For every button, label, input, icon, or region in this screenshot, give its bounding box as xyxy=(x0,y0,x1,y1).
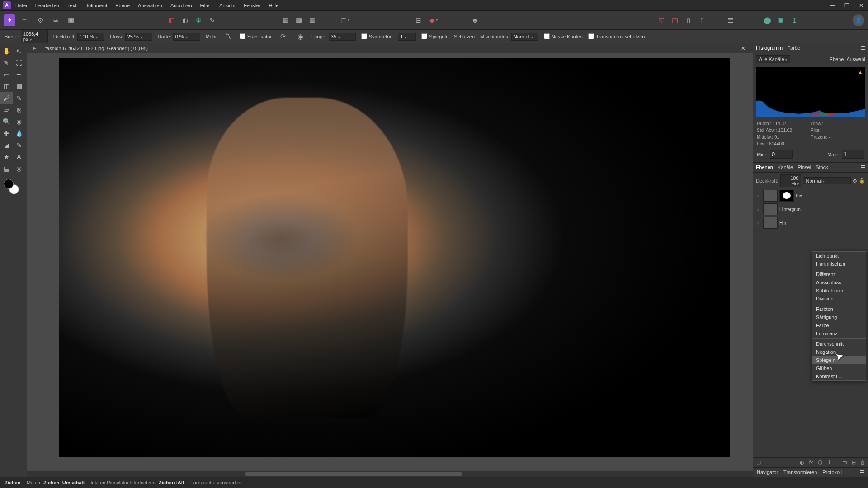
snap-icon[interactable]: ⬤ xyxy=(761,14,773,26)
layer-cog-icon[interactable]: ⚙ xyxy=(853,178,857,184)
menu-dokument[interactable]: Dokument xyxy=(85,3,107,8)
flow-input[interactable]: 25 % xyxy=(125,33,152,41)
blend-option-durchschnitt[interactable]: Durchschnitt xyxy=(812,340,866,348)
move-back-icon[interactable]: ◱ xyxy=(656,14,667,26)
stabilizer-checkbox[interactable] xyxy=(240,33,245,39)
layer-thumb[interactable] xyxy=(763,190,778,202)
protect-button[interactable]: Schützen xyxy=(454,34,475,39)
autowb-icon[interactable]: ✎ xyxy=(206,14,218,26)
brush-tool-icon[interactable]: 🖌 xyxy=(0,92,13,104)
document-close-button[interactable]: ✕ xyxy=(741,45,745,52)
zoom-tool-icon[interactable]: ◎ xyxy=(13,163,25,174)
layer-row[interactable]: ▹ Hin xyxy=(753,216,868,230)
export-persona-icon[interactable]: ▣ xyxy=(65,14,77,26)
wet-edges-checkbox[interactable] xyxy=(544,33,550,39)
snap2-icon[interactable]: ▣ xyxy=(775,14,787,26)
eraser-tool-icon[interactable]: ▱ xyxy=(0,104,13,116)
pen-tool-icon[interactable]: ✒ xyxy=(13,69,25,80)
color-picker-tool-icon[interactable]: ✎ xyxy=(0,57,13,69)
menu-ansicht[interactable]: Ansicht xyxy=(219,3,236,8)
menu-auswaehlen[interactable]: Auswählen xyxy=(138,3,162,8)
align-panel-icon[interactable]: ☰ xyxy=(724,14,736,26)
marquee-tool-icon[interactable]: ◫ xyxy=(0,80,13,92)
liquify-persona-icon[interactable]: 〰 xyxy=(19,14,31,26)
tab-transform[interactable]: Transformieren xyxy=(783,469,817,475)
blend-option-lichtpunkt[interactable]: Lichtpunkt xyxy=(812,252,866,260)
window-icon[interactable]: ◉ xyxy=(294,31,306,42)
menu-anordnen[interactable]: Anordnen xyxy=(170,3,192,8)
arrange-icon[interactable]: ◆ xyxy=(428,14,439,26)
smudge-tool-icon[interactable]: 💧 xyxy=(13,127,25,139)
scrollbar-thumb[interactable] xyxy=(245,472,463,476)
blend-option-ausschluss[interactable]: Ausschluss xyxy=(812,278,866,286)
fill-tool-icon[interactable]: ✎ xyxy=(13,92,25,104)
blend-option-gluehen[interactable]: Glühen xyxy=(812,364,866,372)
layer-thumb[interactable] xyxy=(763,217,778,229)
tab-history[interactable]: Protokoll xyxy=(822,469,842,475)
text-tool-icon[interactable]: A xyxy=(13,151,25,163)
select-sub-icon[interactable]: ▦ xyxy=(307,14,318,26)
develop-persona-icon[interactable]: ⚙ xyxy=(34,14,46,26)
flood-tool-icon[interactable]: ▤ xyxy=(13,80,25,92)
opacity-input[interactable]: 100 % xyxy=(77,33,104,41)
move-front-icon[interactable]: ◲ xyxy=(669,14,681,26)
menu-fenster[interactable]: Fenster xyxy=(244,3,260,8)
hand-tool-icon[interactable]: ✋ xyxy=(0,45,13,57)
layer-group-icon[interactable]: 🗀 xyxy=(841,460,848,465)
account-button[interactable]: 👤 xyxy=(853,14,864,26)
shape-tool-icon[interactable]: ◢ xyxy=(0,139,13,151)
layer-name[interactable]: Hintergrun xyxy=(779,207,866,212)
menu-hilfe[interactable]: Hilfe xyxy=(269,3,278,8)
blend-option-spiegeln[interactable]: Spiegeln xyxy=(812,356,866,364)
horizontal-scrollbar[interactable] xyxy=(27,471,753,477)
tab-layers[interactable]: Ebenen xyxy=(756,164,773,170)
blend-option-saettigung[interactable]: Sättigung xyxy=(812,313,866,321)
histogram-selection-button[interactable]: Auswahl xyxy=(846,56,865,62)
healing-tool-icon[interactable]: ✚ xyxy=(0,127,13,139)
autocontrast-icon[interactable]: ◐ xyxy=(179,14,191,26)
window-close-button[interactable]: ✕ xyxy=(857,2,865,9)
tab-brushes[interactable]: Pinsel xyxy=(797,164,811,170)
align2-icon[interactable]: ▯ xyxy=(696,14,708,26)
blend-option-hart-mischen[interactable]: Hart mischen xyxy=(812,260,866,268)
crop-tool-icon[interactable]: ⛶ xyxy=(13,57,25,69)
layer-visibility-icon[interactable]: ▹ xyxy=(755,206,761,212)
width-input[interactable]: 1068,4 px xyxy=(21,30,48,43)
histogram-layer-button[interactable]: Ebene xyxy=(830,56,844,62)
layer-thumb[interactable] xyxy=(763,203,778,215)
snap3-icon[interactable]: ↥ xyxy=(788,14,800,26)
blend-option-farbe[interactable]: Farbe xyxy=(812,321,866,329)
blendmode-select[interactable]: Normal xyxy=(511,33,538,41)
channel-select[interactable]: Alle Kanäle xyxy=(756,55,790,63)
layer-add-icon[interactable]: ⊞ xyxy=(850,460,857,465)
layer-adj-icon[interactable]: ◐ xyxy=(798,460,806,465)
document-tab[interactable]: fashion-6146328_1920.jpg [Geändert] (75,… xyxy=(42,45,151,52)
layer-blend-select[interactable]: Normal xyxy=(803,177,851,184)
layer-mask-thumb[interactable] xyxy=(779,190,794,202)
layer-visibility-icon[interactable]: ▹ xyxy=(755,220,761,226)
blend-option-farbton[interactable]: Farbton xyxy=(812,305,866,313)
min-input[interactable] xyxy=(770,150,793,159)
tab-stock[interactable]: Stock xyxy=(816,164,828,170)
more-button[interactable]: Mehr xyxy=(206,34,217,39)
foreground-color[interactable] xyxy=(4,179,14,189)
dodge-tool-icon[interactable]: 🔍 xyxy=(0,116,13,127)
tab-channels[interactable]: Kanäle xyxy=(778,164,793,170)
layer-merge-icon[interactable]: ⤓ xyxy=(826,460,833,465)
blend-option-differenz[interactable]: Differenz xyxy=(812,270,866,278)
bottom-panel-menu-icon[interactable]: ☰ xyxy=(860,469,864,475)
align-icon[interactable]: ▯ xyxy=(683,14,694,26)
color-swatch[interactable] xyxy=(4,179,19,194)
layer-lock-icon[interactable]: 🔒 xyxy=(859,178,865,184)
layer-row[interactable]: ▹ Pix xyxy=(753,189,868,202)
symmetry-checkbox[interactable] xyxy=(361,33,367,39)
tab-navigator[interactable]: Navigator xyxy=(757,469,778,475)
layers-menu-icon[interactable]: ☰ xyxy=(861,164,865,170)
blend-option-kontrast[interactable]: Kontrast L... xyxy=(812,372,866,380)
pressure-icon[interactable]: 〽 xyxy=(222,31,234,42)
menu-bearbeiten[interactable]: Bearbeiten xyxy=(35,3,59,8)
select-add-icon[interactable]: ▦ xyxy=(293,14,305,26)
canvas-viewport[interactable] xyxy=(27,53,753,471)
max-input[interactable] xyxy=(842,150,864,159)
doc-nav-icon[interactable]: ▸ xyxy=(32,42,38,54)
